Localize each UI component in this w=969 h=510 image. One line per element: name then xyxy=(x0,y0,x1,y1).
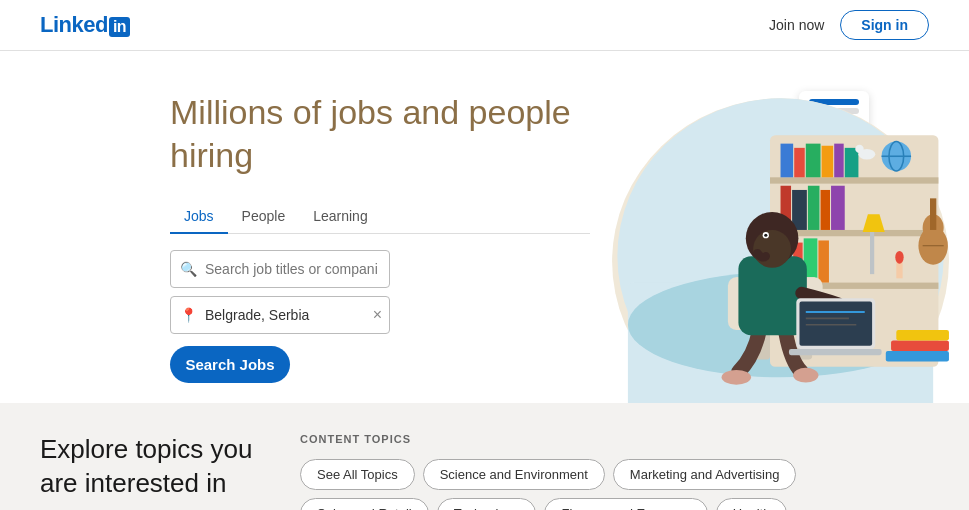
svg-rect-8 xyxy=(781,144,794,178)
join-now-button[interactable]: Join now xyxy=(769,17,824,33)
svg-rect-20 xyxy=(792,190,807,230)
svg-rect-9 xyxy=(794,148,805,177)
clear-location-button[interactable]: × xyxy=(373,306,382,324)
svg-point-49 xyxy=(764,234,767,237)
tab-jobs[interactable]: Jobs xyxy=(170,200,228,234)
svg-rect-55 xyxy=(789,349,882,355)
svg-point-44 xyxy=(793,368,818,383)
hero-svg-illustration xyxy=(570,71,969,403)
hero-left: Millions of jobs and people hiring Jobs … xyxy=(170,81,590,383)
tab-people[interactable]: People xyxy=(228,200,300,234)
svg-point-35 xyxy=(895,251,903,264)
logo[interactable]: Linkedin xyxy=(40,12,130,38)
location-search-wrapper: 📍 × xyxy=(170,296,390,334)
svg-rect-21 xyxy=(808,186,820,230)
svg-rect-22 xyxy=(821,190,830,230)
search-tabs: Jobs People Learning xyxy=(170,200,590,234)
logo-text: Linkedin xyxy=(40,12,130,38)
svg-point-18 xyxy=(855,145,863,153)
location-icon: 📍 xyxy=(180,307,197,323)
svg-rect-12 xyxy=(834,144,843,178)
svg-rect-10 xyxy=(806,144,821,178)
sign-in-button[interactable]: Sign in xyxy=(840,10,929,40)
svg-rect-33 xyxy=(818,240,829,282)
search-jobs-button[interactable]: Search Jobs xyxy=(170,346,290,383)
topic-pill-6[interactable]: Health xyxy=(716,498,788,510)
hero-section: Millions of jobs and people hiring Jobs … xyxy=(0,51,969,403)
job-search-input[interactable] xyxy=(170,250,390,288)
search-form: 🔍 📍 × Search Jobs xyxy=(170,250,590,383)
bottom-section: Explore topics you are interested in CON… xyxy=(0,403,969,510)
svg-rect-5 xyxy=(770,177,938,183)
hero-title: Millions of jobs and people hiring xyxy=(170,91,590,176)
topic-pill-2[interactable]: Marketing and Advertising xyxy=(613,459,797,490)
svg-rect-36 xyxy=(886,351,949,362)
topic-pill-1[interactable]: Science and Environment xyxy=(423,459,605,490)
topics-area: CONTENT TOPICS See All TopicsScience and… xyxy=(300,433,929,510)
tab-learning[interactable]: Learning xyxy=(299,200,382,234)
topic-pill-4[interactable]: Technology xyxy=(437,498,537,510)
svg-point-47 xyxy=(753,230,791,268)
svg-rect-51 xyxy=(799,302,872,346)
site-header: Linkedin Join now Sign in xyxy=(0,0,969,51)
topics-grid: See All TopicsScience and EnvironmentMar… xyxy=(300,459,929,510)
location-input[interactable] xyxy=(170,296,390,334)
topic-pill-0[interactable]: See All Topics xyxy=(300,459,415,490)
logo-in: in xyxy=(109,17,130,37)
job-search-wrapper: 🔍 xyxy=(170,250,390,288)
header-actions: Join now Sign in xyxy=(769,10,929,40)
topics-label: CONTENT TOPICS xyxy=(300,433,929,445)
svg-rect-26 xyxy=(930,198,936,230)
svg-rect-38 xyxy=(896,330,949,341)
logo-linked: Linked xyxy=(40,12,108,37)
svg-point-43 xyxy=(722,370,751,385)
svg-rect-13 xyxy=(845,148,859,177)
svg-rect-28 xyxy=(870,232,874,274)
explore-title: Explore topics you are interested in xyxy=(40,433,260,510)
topic-pill-5[interactable]: Finance and Economy xyxy=(544,498,707,510)
hero-illustration xyxy=(590,81,929,383)
search-icon: 🔍 xyxy=(180,261,197,277)
svg-rect-11 xyxy=(822,146,834,178)
svg-rect-37 xyxy=(891,340,949,351)
topic-pill-3[interactable]: Sales and Retail xyxy=(300,498,429,510)
svg-rect-23 xyxy=(831,186,845,230)
